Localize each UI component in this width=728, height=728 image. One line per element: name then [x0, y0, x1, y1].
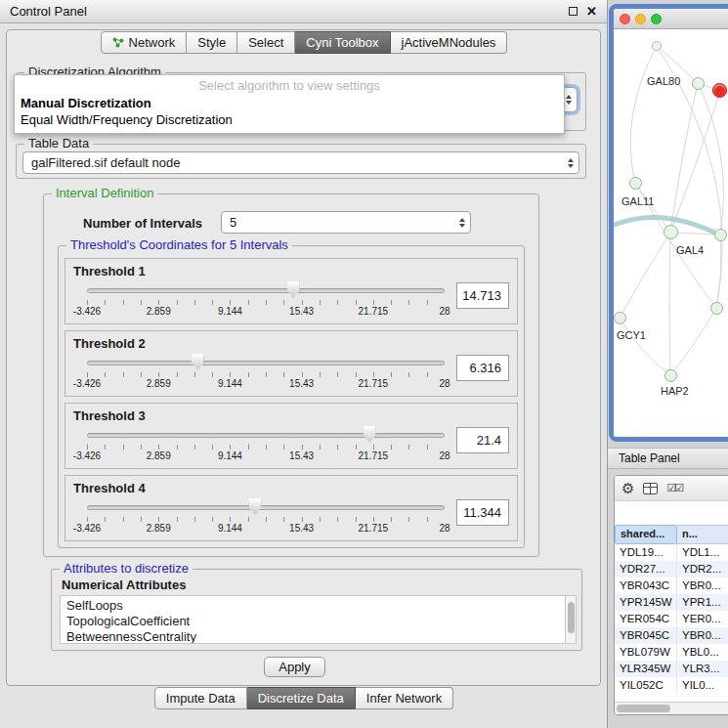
table-cell: YBR0...: [677, 627, 728, 644]
column-header-name[interactable]: n...: [677, 525, 728, 544]
gear-icon[interactable]: ⚙: [621, 481, 634, 495]
threshold-row: -3.4262.8599.14415.4321.715286.316: [73, 352, 509, 393]
close-icon[interactable]: ✕: [586, 5, 597, 18]
attribute-item[interactable]: SelfLoops: [61, 598, 565, 614]
tab-label: Discretize Data: [258, 691, 344, 706]
table-cell: YLR3...: [677, 661, 728, 677]
node-label: GAL80: [647, 75, 680, 87]
table-cell: YPR1...: [677, 594, 728, 611]
scale-label: 21.715: [359, 306, 389, 317]
slider-track[interactable]: [87, 288, 445, 293]
algorithm-option[interactable]: Manual Discretization: [15, 95, 564, 111]
tab-select[interactable]: Select: [237, 31, 295, 54]
table-header: shared... n...: [615, 525, 728, 544]
threshold-value[interactable]: 11.344: [456, 499, 509, 526]
algorithm-option[interactable]: Equal Width/Frequency Discretization: [15, 111, 564, 128]
network-window-titlebar[interactable]: [614, 9, 728, 29]
table-row[interactable]: YBR045CYBR0...: [615, 627, 728, 644]
table-data-select[interactable]: galFiltered.sif default node: [22, 151, 579, 174]
apply-button[interactable]: Apply: [264, 657, 325, 677]
slider-track[interactable]: [87, 433, 445, 438]
table-row[interactable]: YDL19...YDL1...: [615, 544, 728, 561]
network-node[interactable]: [629, 177, 642, 190]
threshold-slider[interactable]: -3.4262.8599.14415.4321.71528: [87, 279, 445, 321]
table-row[interactable]: YER054CYER0...: [615, 611, 728, 627]
slider-track[interactable]: [87, 505, 445, 510]
scale-label: 9.144: [218, 306, 242, 317]
titlebar-buttons: ✕: [569, 5, 597, 18]
slider-ticks: [87, 372, 445, 377]
threshold-value[interactable]: 14.713: [456, 282, 509, 309]
network-node[interactable]: [664, 225, 678, 239]
tab-discretize-data[interactable]: Discretize Data: [247, 687, 356, 709]
attribute-item[interactable]: BetweennessCentrality: [61, 629, 565, 644]
interval-definition-group: Interval Definition Number of Intervals …: [43, 193, 539, 557]
tab-jactivemnodules[interactable]: jActiveMNodules: [391, 31, 508, 54]
table-cell: YBL0...: [677, 644, 728, 661]
tab-label: Network: [129, 35, 176, 50]
scale-label: 21.715: [359, 450, 389, 461]
node-label: GAL11: [621, 195, 654, 207]
attribute-item[interactable]: TopologicalCoefficient: [61, 614, 565, 629]
network-view-window[interactable]: GAL80 GAL11 GAL4 GCY1 HAP2: [609, 4, 728, 442]
tab-impute-data[interactable]: Impute Data: [154, 687, 247, 709]
network-node[interactable]: [710, 302, 723, 315]
scrollbar-thumb[interactable]: [617, 705, 670, 712]
tab-label: Impute Data: [166, 691, 236, 706]
scale-label: 9.144: [218, 378, 242, 389]
tab-label: Style: [197, 35, 226, 50]
network-node[interactable]: [664, 369, 677, 382]
table-row[interactable]: YLR345WYLR3...: [615, 661, 728, 677]
network-node[interactable]: [714, 229, 727, 241]
select-columns-icon[interactable]: ☑☑: [666, 482, 682, 494]
scale-label: 28: [439, 306, 450, 317]
slider-thumb[interactable]: [192, 354, 204, 370]
float-icon[interactable]: [569, 7, 578, 16]
table-cell: YER054C: [615, 611, 677, 627]
slider-scale: -3.4262.8599.14415.4321.71528: [87, 450, 445, 462]
network-node[interactable]: [652, 41, 662, 51]
number-of-intervals-select[interactable]: 5: [221, 211, 471, 234]
bottom-tabs: Impute DataDiscretize DataInfer Network: [0, 687, 608, 709]
slider-thumb[interactable]: [249, 498, 262, 515]
threshold-value[interactable]: 6.316: [456, 355, 509, 381]
window-title: Control Panel: [10, 4, 87, 19]
top-tabs: NetworkStyleSelectCyni ToolboxjActiveMNo…: [0, 31, 608, 54]
tab-cyni-toolbox[interactable]: Cyni Toolbox: [295, 31, 390, 54]
tab-infer-network[interactable]: Infer Network: [356, 687, 453, 709]
threshold-box: Threshold 1-3.4262.8599.14415.4321.71528…: [64, 258, 518, 324]
attributes-scrollbar[interactable]: [565, 595, 577, 644]
table-cell: YLR345W: [615, 661, 677, 677]
screen: Control Panel ✕ NetworkStyleSelectCyni T…: [0, 0, 728, 728]
table-row[interactable]: YDR27...YDR2...: [615, 561, 728, 578]
network-node[interactable]: [692, 77, 705, 90]
attributes-list[interactable]: SelfLoopsTopologicalCoefficientBetweenne…: [60, 595, 565, 644]
threshold-slider[interactable]: -3.4262.8599.14415.4321.71528: [87, 496, 445, 537]
network-node[interactable]: [614, 312, 626, 324]
column-header-shared-name[interactable]: shared...: [615, 525, 677, 544]
table-row[interactable]: YBR043CYBR0...: [615, 578, 728, 594]
tab-style[interactable]: Style: [187, 31, 237, 54]
slider-scale: -3.4262.8599.14415.4321.71528: [87, 306, 445, 318]
threshold-slider[interactable]: -3.4262.8599.14415.4321.71528: [87, 424, 445, 465]
number-of-intervals-value: 5: [222, 215, 454, 230]
table-row[interactable]: YBL079WYBL0...: [615, 644, 728, 661]
horizontal-scrollbar[interactable]: [615, 702, 728, 714]
group-title: Attributes to discretize: [60, 561, 193, 576]
slider-thumb[interactable]: [364, 426, 376, 443]
tab-network[interactable]: Network: [101, 31, 188, 54]
scale-label: 9.144: [218, 523, 242, 534]
table-row[interactable]: YPR145WYPR1...: [615, 594, 728, 611]
close-traffic-light-icon[interactable]: [620, 14, 630, 24]
zoom-traffic-light-icon[interactable]: [651, 14, 662, 24]
slider-track[interactable]: [87, 361, 445, 365]
network-canvas[interactable]: GAL80 GAL11 GAL4 GCY1 HAP2: [614, 29, 728, 437]
table-row[interactable]: YIL052CYIL0...: [615, 677, 728, 694]
threshold-value[interactable]: 21.4: [456, 427, 509, 453]
threshold-slider[interactable]: -3.4262.8599.14415.4321.71528: [87, 352, 445, 393]
network-node-selected[interactable]: [712, 83, 727, 98]
slider-thumb[interactable]: [287, 281, 300, 298]
minimize-traffic-light-icon[interactable]: [635, 14, 646, 24]
columns-icon[interactable]: [643, 483, 658, 494]
scrollbar-thumb[interactable]: [568, 602, 575, 633]
